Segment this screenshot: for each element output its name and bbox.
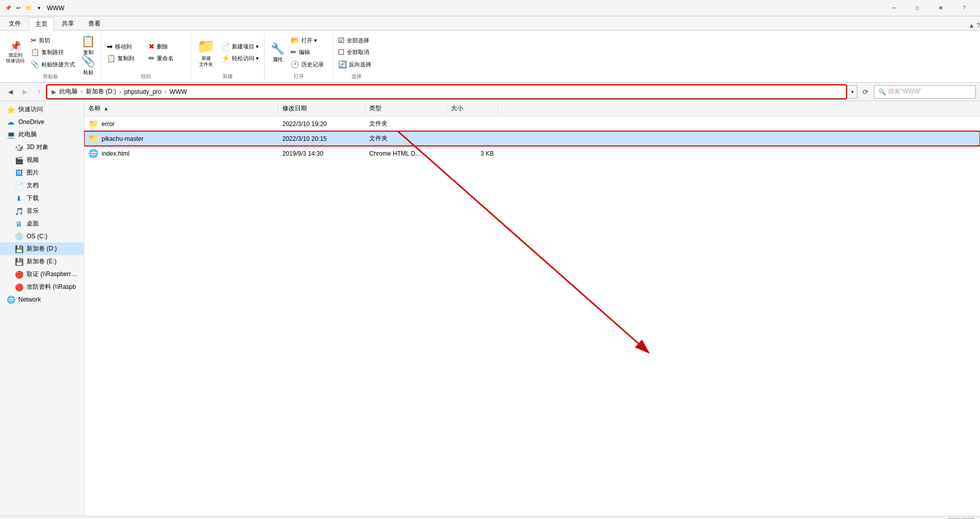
copy-to-button[interactable]: 📋 复制到 xyxy=(105,53,146,64)
col-date-label: 修改日期 xyxy=(282,105,307,112)
file-row-error[interactable]: 📁 error 2022/3/10 19:20 文件夹 xyxy=(84,116,980,131)
sidebar-item-3d[interactable]: 🎲 3D 对象 xyxy=(0,141,84,154)
organize-label: 组织 xyxy=(141,73,151,80)
music-icon: 🎵 xyxy=(14,207,23,215)
invert-selection-button[interactable]: 🔄 反向选择 xyxy=(336,59,377,70)
sidebar-item-raspi1[interactable]: 🔴 取证 (\\Raspberryp xyxy=(0,268,84,281)
sidebar-item-quick-access[interactable]: ⭐ 快速访问 xyxy=(0,103,84,116)
select-all-button[interactable]: ☑ 全部选择 xyxy=(336,35,377,46)
open-buttons: 🔧 属性 📂 打开 ▾ ✏ 编辑 🕐 历史记录 xyxy=(268,33,329,72)
file-type-pikachu: 文件夹 xyxy=(365,133,447,144)
sidebar-item-music[interactable]: 🎵 音乐 xyxy=(0,205,84,217)
sidebar-item-this-pc[interactable]: 💻 此电脑 xyxy=(0,128,84,141)
path-phpstudy[interactable]: phpstudy_pro xyxy=(123,88,162,95)
col-header-date[interactable]: 修改日期 xyxy=(278,102,365,115)
address-path[interactable]: ▶ 此电脑 › 新加卷 (D:) › phpstudy_pro › WWW xyxy=(47,85,846,98)
ribbon-tabs: 文件 主页 共享 查看 ▲ ? xyxy=(0,16,980,31)
history-label: 历史记录 xyxy=(301,61,324,68)
sidebar-item-label: 此电脑 xyxy=(18,130,37,139)
maximize-button[interactable]: □ xyxy=(905,0,929,16)
title-bar-icons: 📌 ↩ 📁 ▾ xyxy=(4,4,43,12)
sidebar-item-downloads[interactable]: ⬇ 下载 xyxy=(0,192,84,205)
back-button[interactable]: ◀ xyxy=(4,86,16,98)
ribbon-collapse-icon[interactable]: ▲ xyxy=(968,22,974,29)
copy-path-icon: 📋 xyxy=(31,47,39,57)
search-box[interactable]: 🔍 搜索"WWW" xyxy=(874,85,976,98)
file-size-error xyxy=(447,123,498,125)
open-label: 打开 xyxy=(294,73,304,80)
svg-line-1 xyxy=(398,132,638,343)
file-date-pikachu: 2022/3/10 20:15 xyxy=(278,134,365,143)
edit-button[interactable]: ✏ 编辑 xyxy=(289,46,329,58)
pin-quick-access-button[interactable]: 📌 固定到快速访问 xyxy=(3,39,28,66)
folder-icon-small[interactable]: 📁 xyxy=(25,4,33,12)
sidebar-item-os-c[interactable]: 💿 OS (C:) xyxy=(0,230,84,242)
paste-button[interactable]: 📎 粘贴 xyxy=(78,58,98,72)
easy-access-button[interactable]: ⚡ 轻松访问 ▾ xyxy=(219,53,261,64)
tab-home[interactable]: 主页 xyxy=(29,17,54,31)
ribbon-help-icon[interactable]: ? xyxy=(976,22,980,29)
open-button[interactable]: 📂 打开 ▾ xyxy=(289,35,329,46)
help-button[interactable]: ? xyxy=(952,0,976,16)
quick-access-icon[interactable]: 📌 xyxy=(4,4,12,12)
sidebar-item-drive-e[interactable]: 💾 新加卷 (E:) xyxy=(0,255,84,268)
col-header-size[interactable]: 大小 xyxy=(447,102,498,115)
history-button[interactable]: 🕐 历史记录 xyxy=(289,59,329,70)
new-folder-button[interactable]: 📁 新建文件夹 xyxy=(194,36,218,69)
file-row-pikachu[interactable]: 📁 pikachu-master 2022/3/10 20:15 文件夹 xyxy=(84,131,980,146)
sidebar-item-pictures[interactable]: 🖼 图片 xyxy=(0,166,84,179)
refresh-button[interactable]: ⟳ xyxy=(859,86,872,98)
html-icon: 🌐 xyxy=(88,149,99,158)
col-header-type[interactable]: 类型 xyxy=(365,102,447,115)
move-to-button[interactable]: ➡ 移动到 xyxy=(105,41,146,52)
pin-label: 固定到快速访问 xyxy=(6,53,25,64)
new-item-button[interactable]: 📄 新建项目 ▾ xyxy=(219,41,261,52)
os-c-icon: 💿 xyxy=(14,232,23,240)
path-expand-icon: ▶ xyxy=(52,88,56,95)
forward-button[interactable]: ▶ xyxy=(18,86,31,98)
sidebar-item-label: 音乐 xyxy=(27,207,39,215)
history-icon: 🕐 xyxy=(291,60,299,69)
sidebar-item-desktop[interactable]: 🖥 桌面 xyxy=(0,217,84,230)
new-label: 新建 xyxy=(223,73,233,80)
path-computer[interactable]: 此电脑 xyxy=(58,87,79,96)
col-type-label: 类型 xyxy=(369,105,381,112)
copy-button[interactable]: 📋 复制 xyxy=(78,33,98,57)
tab-view[interactable]: 查看 xyxy=(82,17,107,30)
network-drive-icon1: 🔴 xyxy=(14,270,23,279)
copy-to-icon: 📋 xyxy=(107,54,115,63)
minimize-button[interactable]: ─ xyxy=(882,0,905,16)
sidebar-item-video[interactable]: 🎬 视频 xyxy=(0,154,84,166)
annotation-arrow xyxy=(84,116,697,499)
path-www[interactable]: WWW xyxy=(169,88,188,95)
file-row-index[interactable]: 🌐 index.html 2019/9/3 14:30 Chrome HTML … xyxy=(84,146,980,161)
properties-button[interactable]: 🔧 属性 xyxy=(268,36,288,69)
file-type-error: 文件夹 xyxy=(365,118,447,129)
up-button[interactable]: ↑ xyxy=(33,86,45,98)
file-date-index: 2019/9/3 14:30 xyxy=(278,149,365,158)
new-folder-icon: 📁 xyxy=(197,37,215,56)
path-drive[interactable]: 新加卷 (D:) xyxy=(85,87,117,96)
cut-button[interactable]: ✂ 剪切 xyxy=(29,35,77,46)
paste-shortcut-icon: 📎 xyxy=(31,60,39,69)
tab-file[interactable]: 文件 xyxy=(2,17,28,30)
menu-icon[interactable]: ▾ xyxy=(35,4,43,12)
undo-icon[interactable]: ↩ xyxy=(14,4,22,12)
copy-icon: 📋 xyxy=(81,34,95,49)
deselect-all-button[interactable]: ☐ 全部取消 xyxy=(336,46,377,58)
select-all-icon: ☑ xyxy=(338,36,345,45)
sidebar-item-drive-d[interactable]: 💾 新加卷 (D:) xyxy=(0,242,84,255)
rename-button[interactable]: ✏ 重命名 xyxy=(147,53,187,64)
sidebar-item-onedrive[interactable]: ☁ OneDrive xyxy=(0,116,84,128)
sidebar-item-documents[interactable]: 📄 文档 xyxy=(0,179,84,192)
close-button[interactable]: ✕ xyxy=(929,0,952,16)
copy-path-button[interactable]: 📋 复制路径 xyxy=(29,46,77,58)
file-size-pikachu xyxy=(447,138,498,140)
address-dropdown-button[interactable]: ▾ xyxy=(848,85,857,98)
tab-share[interactable]: 共享 xyxy=(55,17,81,30)
sidebar-item-network[interactable]: 🌐 Network xyxy=(0,293,84,306)
sidebar-item-raspi2[interactable]: 🔴 攻防资料 (\\Raspb xyxy=(0,281,84,293)
col-header-name[interactable]: 名称 ▲ xyxy=(84,102,278,115)
paste-shortcut-button[interactable]: 📎 粘贴快捷方式 xyxy=(29,59,77,70)
delete-button[interactable]: ✖ 删除 xyxy=(147,41,187,52)
